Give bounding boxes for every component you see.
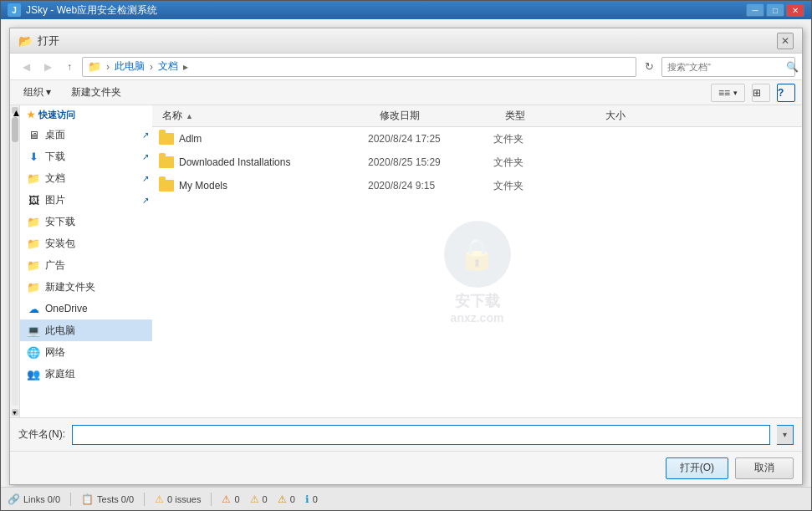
warn4-icon: ℹ [305,493,309,505]
scrollbar-down-arrow: ▼ [12,409,18,416]
app-icon: J [8,3,21,17]
quick-access-header[interactable]: ★ 快速访问 [20,105,152,124]
search-input[interactable] [667,62,783,72]
open-button[interactable]: 打开(O) [666,457,728,479]
watermark-subtext: anxz.com [451,311,504,324]
file-list-header: 名称 ▲ 修改日期 类型 大小 [152,105,802,127]
guanggao-icon: 📁 [27,258,40,272]
sidebar-item-pictures[interactable]: 🖼 图片 ↗ [20,189,152,211]
organize-label: 组织 ▾ [23,85,51,100]
sidebar-item-anzhuangbao[interactable]: 📁 安装包 [20,233,152,254]
col-type-header[interactable]: 类型 [502,109,602,123]
close-app-button[interactable]: ✕ [786,3,804,17]
nav-forward-button[interactable]: ▶ [38,58,57,76]
anzai-icon: 📁 [27,215,40,228]
col-size-header[interactable]: 大小 [602,109,686,123]
help-icon: ? [778,87,784,99]
file-list: 名称 ▲ 修改日期 类型 大小 [152,105,802,417]
sidebar-item-newfolder[interactable]: 📁 新建文件夹 [20,276,152,298]
sidebar-item-anzai[interactable]: 📁 安下载 [20,211,152,233]
status-divider-2 [144,493,145,506]
dialog-window: 📂 打开 ✕ ◀ ▶ ↑ 📁 › 此电脑 › 文档 ▸ ↻ [9,28,803,485]
app-title: JSky - Web应用安全检测系统 [26,3,746,18]
maximize-button[interactable]: □ [766,3,784,17]
status-warn1: ⚠ 0 [222,493,239,505]
tests-label: Tests 0/0 [97,494,134,504]
app-titlebar: J JSky - Web应用安全检测系统 ─ □ ✕ [1,1,811,19]
watermark-logo: 🔒 [444,221,511,288]
links-icon: 🔗 [8,493,20,505]
nav-refresh-button[interactable]: ↻ [640,58,658,76]
dialog-titlebar: 📂 打开 ✕ [10,28,802,54]
view-dropdown-icon: ▾ [733,89,738,97]
breadcrumb-root[interactable]: 此电脑 [115,59,145,74]
warn1-icon: ⚠ [222,493,231,505]
content-area: ▲ ▼ ★ 快速访问 🖥 桌面 [10,105,802,417]
sidebar-item-thispc[interactable]: 💻 此电脑 [20,319,152,341]
table-row[interactable]: Downloaded Installations 2020/8/25 15:29… [152,151,802,174]
watermark: 🔒 安下载 anxz.com [444,221,511,324]
warn1-label: 0 [234,494,239,504]
dialog-title: 打开 [38,33,777,49]
sidebar-item-onedrive[interactable]: ☁ OneDrive [20,298,152,319]
dialog-close-button[interactable]: ✕ [777,33,794,49]
status-issues: ⚠ 0 issues [155,493,201,505]
status-links: 🔗 Links 0/0 [8,493,60,505]
sidebar-item-guanggao[interactable]: 📁 广告 [20,254,152,276]
table-row[interactable]: Adlm 2020/8/24 17:25 文件夹 [152,127,802,151]
table-row[interactable]: My Models 2020/8/24 9:15 文件夹 [152,174,802,197]
sidebar-item-documents[interactable]: 📁 文档 ↗ [20,167,152,189]
watermark-text: 安下载 [455,291,500,311]
filename-dropdown-button[interactable]: ▾ [777,425,794,445]
nav-back-button[interactable]: ◀ [17,58,35,76]
help-button[interactable]: ? [777,84,795,102]
sidebar: ★ 快速访问 🖥 桌面 ↗ ⬇ 下载 ↗ [20,105,152,417]
status-warn2: ⚠ 0 [250,493,268,505]
scrollbar-thumb [12,117,18,142]
scrollbar-track [12,117,18,406]
app-body: 📂 打开 ✕ ◀ ▶ ↑ 📁 › 此电脑 › 文档 ▸ ↻ [1,19,811,510]
action-bar: 打开(O) 取消 [10,451,802,484]
minimize-button[interactable]: ─ [746,3,764,17]
pictures-icon: 🖼 [27,193,40,207]
app-window: J JSky - Web应用安全检测系统 ─ □ ✕ 📂 打开 ✕ ◀ ▶ ↑ [0,0,812,511]
filename-input[interactable] [72,425,770,445]
newfolder-icon: 📁 [27,280,40,294]
status-divider-1 [70,493,71,506]
status-warn4: ℹ 0 [305,493,318,505]
sidebar-item-desktop[interactable]: 🖥 桌面 ↗ [20,124,152,146]
col-name-sort-icon: ▲ [186,112,193,120]
sidebar-item-network[interactable]: 🌐 网络 [20,341,152,363]
downloads-icon: ⬇ [27,150,40,163]
view-icon: ≡≡ [718,87,730,99]
breadcrumb-folder-icon: 📁 [88,60,101,73]
new-folder-button[interactable]: 新建文件夹 [64,84,128,102]
folder-icon [159,133,174,145]
organize-button[interactable]: 组织 ▾ [17,84,58,102]
issues-icon: ⚠ [155,493,164,505]
sidebar-item-homegroup[interactable]: 👥 家庭组 [20,363,152,385]
search-icon: 🔍 [786,61,799,73]
anzhuangbao-icon: 📁 [27,237,40,250]
col-name-header[interactable]: 名称 ▲ [159,109,376,123]
warn2-label: 0 [263,494,268,504]
col-date-header[interactable]: 修改日期 [376,109,502,123]
warn4-label: 0 [313,494,318,504]
watermark-icon: 🔒 [458,237,496,272]
view-button[interactable]: ≡≡ ▾ [711,84,745,102]
thispc-icon: 💻 [27,324,40,337]
sidebar-item-downloads[interactable]: ⬇ 下载 ↗ [20,146,152,167]
sidebar-container: ▲ ▼ ★ 快速访问 🖥 桌面 [10,105,152,417]
pane-button[interactable]: ⊞ [752,84,770,102]
desktop-icon: 🖥 [27,128,40,141]
issues-label: 0 issues [167,494,201,504]
documents-icon: 📁 [27,171,40,185]
status-warn3: ⚠ 0 [278,493,295,505]
warn2-icon: ⚠ [250,493,259,505]
nav-up-button[interactable]: ↑ [60,58,79,76]
new-folder-label: 新建文件夹 [71,85,121,100]
breadcrumb: 📁 › 此电脑 › 文档 ▸ [82,57,636,77]
cancel-button[interactable]: 取消 [735,457,794,479]
status-tests: 📋 Tests 0/0 [81,493,134,505]
breadcrumb-path[interactable]: 文档 [158,59,178,74]
